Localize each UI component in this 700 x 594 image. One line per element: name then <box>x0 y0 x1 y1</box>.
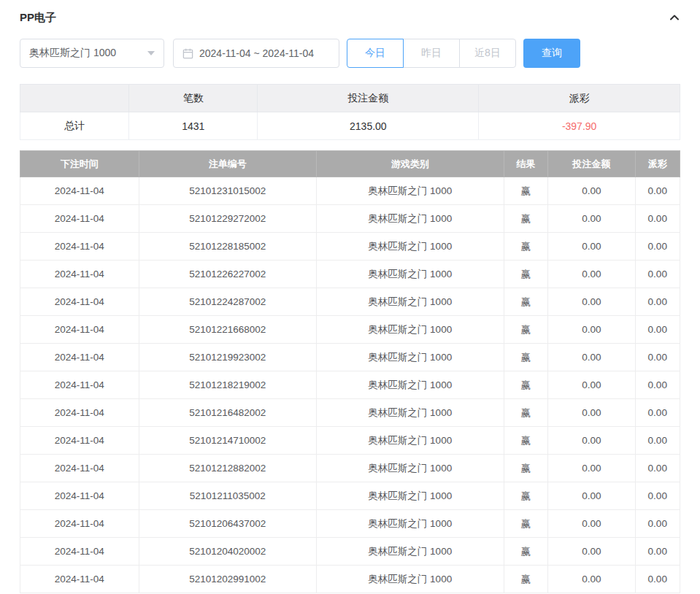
bet-records-table: 下注时间 注单编号 游戏类别 结果 投注金额 派彩 2024-11-04 521… <box>20 150 680 593</box>
cell-bet-time: 2024-11-04 <box>20 566 139 593</box>
table-row: 2024-11-04 52101224287002 奥林匹斯之门 1000 赢 … <box>20 288 680 316</box>
cell-bet-time: 2024-11-04 <box>20 205 139 233</box>
cell-order-id: 52101229272002 <box>139 205 316 233</box>
cell-game-type: 奥林匹斯之门 1000 <box>316 316 504 344</box>
game-select[interactable]: 奥林匹斯之门 1000 <box>20 39 164 68</box>
cell-result: 赢 <box>504 177 548 205</box>
cell-bet-amount: 0.00 <box>548 482 635 510</box>
cell-order-id: 52101226227002 <box>139 261 316 288</box>
page-title: PP电子 <box>20 11 56 25</box>
cell-bet-time: 2024-11-04 <box>20 233 139 261</box>
cell-payout: 0.00 <box>635 482 680 510</box>
cell-bet-time: 2024-11-04 <box>20 177 139 205</box>
cell-order-id: 52101228185002 <box>139 233 316 261</box>
cell-bet-amount: 0.00 <box>548 261 635 288</box>
cell-payout: 0.00 <box>635 205 680 233</box>
cell-game-type: 奥林匹斯之门 1000 <box>316 399 504 427</box>
cell-result: 赢 <box>504 288 548 316</box>
cell-result: 赢 <box>504 399 548 427</box>
cell-game-type: 奥林匹斯之门 1000 <box>316 538 504 566</box>
summary-total-row: 总计 1431 2135.00 -397.90 <box>20 112 680 140</box>
cell-payout: 0.00 <box>635 455 680 482</box>
date-range-value: 2024-11-04 ~ 2024-11-04 <box>199 47 314 59</box>
cell-result: 赢 <box>504 344 548 371</box>
quick-btn-yesterday[interactable]: 昨日 <box>403 39 460 68</box>
cell-game-type: 奥林匹斯之门 1000 <box>316 177 504 205</box>
cell-bet-amount: 0.00 <box>548 316 635 344</box>
cell-result: 赢 <box>504 371 548 399</box>
summary-header-payout: 派彩 <box>479 85 680 112</box>
table-row: 2024-11-04 52101219923002 奥林匹斯之门 1000 赢 … <box>20 344 680 371</box>
search-button[interactable]: 查询 <box>523 39 580 68</box>
col-header-order-id: 注单编号 <box>139 151 316 177</box>
cell-payout: 0.00 <box>635 399 680 427</box>
pp-games-panel: PP电子 奥林匹斯之门 1000 2024-11-04 ~ 2024-11-04… <box>0 0 700 593</box>
cell-bet-time: 2024-11-04 <box>20 399 139 427</box>
cell-game-type: 奥林匹斯之门 1000 <box>316 455 504 482</box>
cell-bet-amount: 0.00 <box>548 371 635 399</box>
cell-game-type: 奥林匹斯之门 1000 <box>316 482 504 510</box>
cell-payout: 0.00 <box>635 371 680 399</box>
cell-bet-time: 2024-11-04 <box>20 261 139 288</box>
quick-btn-today[interactable]: 今日 <box>347 39 404 68</box>
cell-bet-amount: 0.00 <box>548 455 635 482</box>
cell-game-type: 奥林匹斯之门 1000 <box>316 566 504 593</box>
collapse-chevron-icon[interactable] <box>669 12 680 23</box>
cell-result: 赢 <box>504 233 548 261</box>
cell-bet-time: 2024-11-04 <box>20 538 139 566</box>
table-row: 2024-11-04 52101228185002 奥林匹斯之门 1000 赢 … <box>20 233 680 261</box>
cell-payout: 0.00 <box>635 233 680 261</box>
cell-bet-time: 2024-11-04 <box>20 316 139 344</box>
table-row: 2024-11-04 52101204020002 奥林匹斯之门 1000 赢 … <box>20 538 680 566</box>
cell-bet-time: 2024-11-04 <box>20 288 139 316</box>
summary-header-empty <box>20 85 129 112</box>
cell-order-id: 52101206437002 <box>139 510 316 538</box>
summary-header-row: 笔数 投注金额 派彩 <box>20 85 680 112</box>
game-select-value: 奥林匹斯之门 1000 <box>29 47 116 60</box>
cell-game-type: 奥林匹斯之门 1000 <box>316 233 504 261</box>
quick-date-group: 今日 昨日 近8日 <box>347 39 516 68</box>
table-row: 2024-11-04 52101218219002 奥林匹斯之门 1000 赢 … <box>20 371 680 399</box>
cell-payout: 0.00 <box>635 510 680 538</box>
summary-table: 笔数 投注金额 派彩 总计 1431 2135.00 -397.90 <box>20 84 680 140</box>
cell-bet-time: 2024-11-04 <box>20 344 139 371</box>
cell-result: 赢 <box>504 427 548 455</box>
cell-result: 赢 <box>504 510 548 538</box>
cell-payout: 0.00 <box>635 538 680 566</box>
quick-btn-last8days[interactable]: 近8日 <box>459 39 516 68</box>
summary-total-payout: -397.90 <box>479 112 680 140</box>
col-header-payout: 派彩 <box>635 151 680 177</box>
bet-table-header-row: 下注时间 注单编号 游戏类别 结果 投注金额 派彩 <box>20 151 680 177</box>
col-header-result: 结果 <box>504 151 548 177</box>
cell-payout: 0.00 <box>635 261 680 288</box>
cell-order-id: 52101204020002 <box>139 538 316 566</box>
cell-order-id: 52101219923002 <box>139 344 316 371</box>
table-row: 2024-11-04 52101216482002 奥林匹斯之门 1000 赢 … <box>20 399 680 427</box>
cell-payout: 0.00 <box>635 316 680 344</box>
cell-bet-amount: 0.00 <box>548 510 635 538</box>
cell-bet-amount: 0.00 <box>548 288 635 316</box>
cell-bet-amount: 0.00 <box>548 205 635 233</box>
table-row: 2024-11-04 52101229272002 奥林匹斯之门 1000 赢 … <box>20 205 680 233</box>
cell-bet-amount: 0.00 <box>548 344 635 371</box>
cell-result: 赢 <box>504 566 548 593</box>
cell-game-type: 奥林匹斯之门 1000 <box>316 427 504 455</box>
panel-header: PP电子 <box>20 9 680 26</box>
cell-result: 赢 <box>504 482 548 510</box>
col-header-game-type: 游戏类别 <box>316 151 504 177</box>
cell-result: 赢 <box>504 455 548 482</box>
summary-header-count: 笔数 <box>129 85 258 112</box>
cell-game-type: 奥林匹斯之门 1000 <box>316 371 504 399</box>
date-range-input[interactable]: 2024-11-04 ~ 2024-11-04 <box>173 39 339 68</box>
cell-payout: 0.00 <box>635 344 680 371</box>
cell-game-type: 奥林匹斯之门 1000 <box>316 261 504 288</box>
cell-payout: 0.00 <box>635 566 680 593</box>
cell-order-id: 52101214710002 <box>139 427 316 455</box>
table-row: 2024-11-04 52101231015002 奥林匹斯之门 1000 赢 … <box>20 177 680 205</box>
cell-bet-amount: 0.00 <box>548 566 635 593</box>
filter-bar: 奥林匹斯之门 1000 2024-11-04 ~ 2024-11-04 今日 昨… <box>20 39 680 68</box>
table-row: 2024-11-04 52101221668002 奥林匹斯之门 1000 赢 … <box>20 316 680 344</box>
caret-down-icon <box>147 51 155 55</box>
calendar-icon <box>182 48 193 59</box>
cell-order-id: 52101218219002 <box>139 371 316 399</box>
